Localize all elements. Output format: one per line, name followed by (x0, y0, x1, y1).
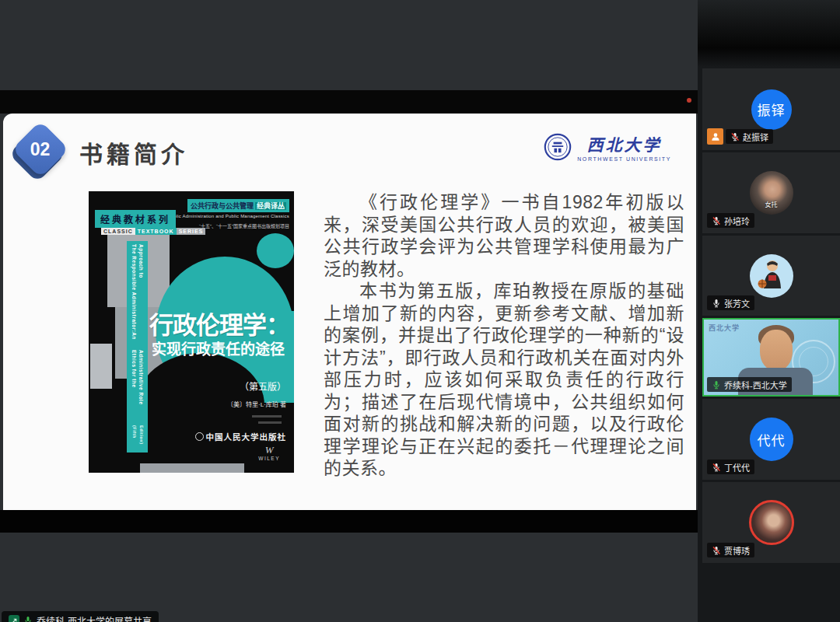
participant-name: 贾博琇 (724, 544, 750, 557)
presentation-slide: 02 书籍简介 西北大学 NORTHWEST UNIVERSITY (3, 114, 696, 510)
name-badge: 赵振铎 (726, 129, 773, 144)
screen-share-banner[interactable]: 乔续科-西北大学的屏幕共享 (2, 611, 159, 622)
cover-series-en: Public Administration and Public Managem… (168, 214, 289, 218)
avatar-caption: 女托 (750, 200, 793, 208)
participant-tile-active-speaker[interactable]: 西北大学 乔续科-西北大学 (702, 318, 840, 397)
avatar-text: 振铎 (758, 100, 786, 119)
participant-tile[interactable]: 张芳文 (702, 236, 840, 316)
participant-badge-row: 丁代代 (707, 460, 754, 474)
participant-name: 乔续科-西北大学 (724, 379, 787, 391)
cover-gray-band (140, 463, 244, 473)
screen-share-banner-text: 乔续科-西北大学的屏幕共享 (37, 614, 152, 622)
letterbox-top (0, 90, 698, 114)
publisher-logo-icon (195, 432, 204, 441)
section-number: 02 (30, 139, 51, 160)
cover-series-left-en: CLASSICTEXTBOOKSERIES (101, 229, 205, 234)
wiley-text: WILEY (258, 456, 280, 461)
slide-title: 书籍简介 (79, 135, 188, 169)
cover-spine-text: The Responsible Administrator:An Approac… (127, 241, 148, 453)
university-name-cn: 西北大学 (587, 132, 662, 156)
university-seal-icon (544, 133, 572, 161)
spine-line-2: Ethics for the Administrative Role (131, 350, 145, 425)
wiley-mark-icon: W (265, 445, 274, 455)
series-band-cn: 公共行政与公共管理 (191, 202, 254, 210)
screen-share-stage: 02 书籍简介 西北大学 NORTHWEST UNIVERSITY (0, 0, 698, 622)
book-subtitle: 实现行政责任的途径 (152, 337, 285, 358)
letterbox-bottom (0, 510, 698, 533)
cover-series-left-cn: 经典教材系列 (95, 210, 176, 228)
mic-muted-icon (712, 546, 721, 555)
spine-edition: (Fifth Edition) (131, 425, 145, 453)
recording-dot (687, 98, 691, 103)
participant-badge-row: 贾博琇 (707, 543, 754, 557)
name-badge: 乔续科-西北大学 (707, 377, 792, 392)
meeting-window: 02 书籍简介 西北大学 NORTHWEST UNIVERSITY (0, 0, 840, 622)
mic-on-icon (23, 616, 33, 622)
participant-tile[interactable]: 女托 孙培玲 (702, 152, 840, 233)
mic-muted-icon (712, 216, 721, 225)
wiley-logo: W WILEY (258, 445, 280, 461)
participant-badge-row: 孙培玲 (707, 213, 754, 228)
paragraph-2: 本书为第五版，库珀教授在原版的基础上增加了新的内容，更新参考文献、增加新的案例，… (324, 280, 684, 480)
spine-line-1: The Responsible Administrator:An Approac… (131, 244, 145, 350)
avatar-photo: 女托 (750, 171, 793, 215)
book-publisher: 中国人民大学出版社 (195, 431, 287, 442)
cover-teal-circle-small (257, 233, 294, 268)
video-person-face (760, 330, 793, 371)
mic-on-icon (712, 299, 721, 308)
book-cover: The Responsible Administrator:An Approac… (89, 191, 294, 473)
participant-name: 丁代代 (724, 461, 750, 473)
avatar-initials: 代代 (750, 418, 793, 461)
video-watermark: 西北大学 (709, 323, 740, 333)
university-logo: 西北大学 NORTHWEST UNIVERSITY (544, 132, 671, 162)
translator-line-placeholder (258, 421, 282, 424)
name-badge: 丁代代 (707, 460, 754, 474)
avatar-cartoon (750, 254, 793, 298)
translator-line-placeholder (252, 415, 282, 418)
university-name: 西北大学 NORTHWEST UNIVERSITY (577, 132, 671, 162)
participant-badge-row: 乔续科-西北大学 (707, 377, 792, 392)
name-badge: 张芳文 (707, 295, 754, 310)
participant-name: 赵振铎 (743, 131, 768, 143)
name-badge: 孙培玲 (707, 213, 754, 228)
series-band-tag: 经典译丛 (255, 202, 286, 210)
cover-project-line: “十五”、“十一五”国家重点图书出版规划项目 (199, 222, 289, 229)
participant-name: 孙培玲 (724, 215, 750, 227)
cover-series-band: 公共行政与公共管理经典译丛 (187, 199, 289, 212)
series-left-en-1: CLASSIC (101, 228, 135, 235)
participant-badge-row: 赵振铎 (707, 128, 773, 145)
participant-tile[interactable]: 振铎 赵振铎 (702, 68, 840, 150)
mic-muted-icon (712, 463, 721, 472)
avatar-text: 代代 (758, 430, 786, 449)
participant-badge-row: 张芳文 (707, 295, 754, 310)
name-badge: 贾博琇 (707, 543, 754, 557)
avatar-photo (749, 500, 794, 545)
book-author: 〔美〕特里·L·库珀 著 (227, 400, 286, 408)
series-left-en-2: TEXTBOOK (135, 228, 177, 235)
book-edition: （第五版） (240, 379, 286, 393)
participant-tile[interactable]: 代代 丁代代 (702, 399, 840, 480)
person-icon (707, 128, 723, 145)
series-left-en-3: SERIES (177, 228, 206, 235)
section-number-badge: 02 (12, 121, 69, 178)
university-name-en: NORTHWEST UNIVERSITY (577, 156, 671, 162)
paragraph-1: 《行政伦理学》一书自1982年初版以来，深受美国公共行政人员的欢迎，被美国公共行… (324, 191, 684, 280)
screen-share-icon (9, 615, 19, 622)
publisher-name: 中国人民大学出版社 (206, 431, 287, 442)
mic-muted-icon (730, 132, 740, 142)
participant-name: 张芳文 (724, 297, 750, 309)
mic-speaking-icon (712, 380, 721, 390)
participant-tile[interactable]: 贾博琇 (702, 482, 840, 563)
avatar-initials: 振铎 (751, 89, 792, 130)
book-title: 行政伦理学： (149, 306, 289, 341)
cover-gray-shape (90, 344, 112, 389)
participants-sidebar: 振铎 赵振铎 女托 (698, 0, 840, 622)
slide-body-text: 《行政伦理学》一书自1982年初版以来，深受美国公共行政人员的欢迎，被美国公共行… (324, 191, 684, 502)
